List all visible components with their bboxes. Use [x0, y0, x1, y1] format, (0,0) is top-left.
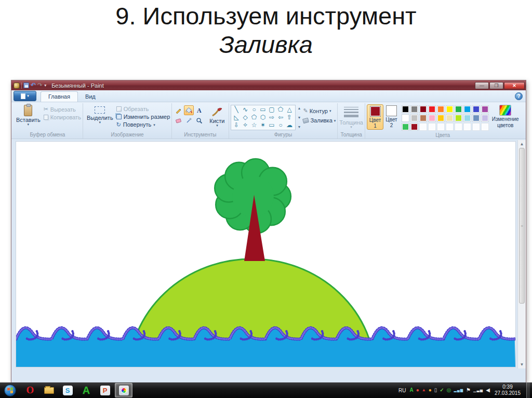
- save-icon[interactable]: [23, 83, 29, 88]
- close-button[interactable]: ✕: [504, 82, 525, 89]
- scroll-up-icon[interactable]: ▲: [518, 140, 526, 148]
- language-indicator[interactable]: RU: [398, 388, 406, 393]
- redo-icon[interactable]: ↷: [37, 83, 43, 88]
- show-desktop-button[interactable]: [526, 382, 530, 398]
- shape-icon[interactable]: ∿: [241, 106, 250, 114]
- shape-icon[interactable]: ◺: [232, 114, 241, 121]
- tab-home[interactable]: Главная: [41, 91, 78, 102]
- palette-color-swatch[interactable]: [455, 105, 462, 113]
- shape-icon[interactable]: ○: [250, 106, 259, 114]
- scrollbar-thumb[interactable]: ≡: [519, 148, 525, 304]
- shape-icon[interactable]: ▢: [268, 106, 276, 114]
- palette-empty-slot[interactable]: [446, 123, 454, 131]
- vertical-scrollbar[interactable]: ▲ ≡ ▼: [517, 140, 526, 368]
- palette-color-swatch[interactable]: [410, 114, 418, 122]
- taskbar-skype-button[interactable]: S: [59, 383, 76, 397]
- maximize-button[interactable]: ❐: [489, 82, 503, 89]
- chart-tray-icon[interactable]: ▂▄▆: [454, 387, 463, 393]
- palette-color-swatch[interactable]: [472, 105, 480, 113]
- shape-icon[interactable]: ⬠: [250, 114, 259, 121]
- resize-button[interactable]: Изменить размер: [116, 114, 170, 120]
- shape-icon[interactable]: ⬠: [276, 106, 285, 114]
- select-button[interactable]: Выделить ▾: [85, 104, 115, 125]
- shape-icon[interactable]: ⇩: [232, 121, 241, 129]
- paint-menu-button[interactable]: ▾: [14, 91, 36, 101]
- paint-canvas[interactable]: [16, 141, 516, 367]
- palette-empty-slot[interactable]: [455, 123, 462, 131]
- shape-icon[interactable]: ▭: [259, 106, 268, 114]
- disc-tray-icon[interactable]: ◎: [447, 387, 451, 393]
- magnifier-tool-button[interactable]: [194, 116, 204, 126]
- palette-color-swatch[interactable]: [446, 114, 454, 122]
- titlebar[interactable]: ↶ ↷ ▾ Безымянный - Paint — ❐ ✕: [11, 80, 526, 90]
- shapes-grid[interactable]: ╲∿○▭▢⬠△◺◇⬠⬡⇨⇦⇧⇩✧☆✶▭○☁: [231, 105, 296, 130]
- shape-fill-button[interactable]: Заливка ▾: [303, 117, 336, 123]
- palette-color-swatch[interactable]: [402, 123, 409, 131]
- minimize-button[interactable]: —: [475, 82, 489, 89]
- brushes-button[interactable]: Кисти ▾: [207, 105, 227, 128]
- palette-color-swatch[interactable]: [410, 105, 418, 113]
- volume-tray-icon[interactable]: ◀: [486, 387, 490, 393]
- undo-icon[interactable]: ↶: [31, 83, 36, 88]
- color2-button[interactable]: Цвет 2: [383, 104, 399, 129]
- shape-icon[interactable]: ╲: [232, 106, 241, 114]
- shape-icon[interactable]: △: [285, 106, 294, 114]
- shape-icon[interactable]: ✶: [259, 121, 268, 129]
- shape-icon[interactable]: ⇨: [268, 114, 276, 121]
- palette-color-swatch[interactable]: [463, 114, 471, 122]
- shape-icon[interactable]: ✧: [241, 121, 250, 129]
- shape-icon[interactable]: ☆: [250, 121, 259, 129]
- tab-view[interactable]: Вид: [78, 92, 103, 102]
- palette-empty-slot[interactable]: [472, 123, 480, 131]
- palette-color-swatch[interactable]: [428, 105, 436, 113]
- qat-customize-caret-icon[interactable]: ▾: [44, 83, 46, 88]
- shape-icon[interactable]: ⬡: [259, 114, 268, 121]
- color-picker-tool-button[interactable]: [184, 116, 194, 126]
- taskbar-powerpoint-button[interactable]: P: [96, 383, 114, 397]
- palette-empty-slot[interactable]: [428, 123, 436, 131]
- palette-empty-slot[interactable]: [463, 123, 471, 131]
- clipboard-tray-icon[interactable]: ▯: [434, 387, 437, 393]
- palette-color-swatch[interactable]: [455, 114, 462, 122]
- dot-tray-icon[interactable]: ●: [429, 387, 432, 393]
- scroll-up-icon[interactable]: ▲: [298, 106, 301, 111]
- rotate-button[interactable]: ↻ Повернуть ▾: [116, 121, 170, 128]
- palette-color-swatch[interactable]: [463, 105, 471, 113]
- palette-color-swatch[interactable]: [428, 114, 436, 122]
- taskbar-opera-button[interactable]: O: [21, 383, 39, 397]
- scroll-down-icon[interactable]: ▼: [518, 361, 526, 368]
- more-shapes-icon[interactable]: ▼: [298, 125, 301, 129]
- palette-color-swatch[interactable]: [472, 114, 480, 122]
- shape-icon[interactable]: ⇧: [285, 114, 294, 121]
- usb-tray-icon[interactable]: ✓: [440, 387, 444, 393]
- cut-button[interactable]: ✂ Вырезать: [44, 106, 81, 113]
- palette-empty-slot[interactable]: [437, 123, 445, 131]
- shape-outline-button[interactable]: ✎ Контур ▾: [303, 107, 336, 114]
- copy-button[interactable]: Копировать: [44, 114, 81, 120]
- taskbar-paint-button[interactable]: [115, 383, 132, 397]
- palette-color-swatch[interactable]: [481, 114, 489, 122]
- palette-color-swatch[interactable]: [410, 123, 418, 131]
- shape-icon[interactable]: ⇦: [276, 114, 285, 121]
- app-a-tray-icon[interactable]: A: [409, 387, 413, 393]
- crop-button[interactable]: Обрезать: [116, 106, 170, 112]
- shape-icon[interactable]: ☁: [285, 121, 294, 129]
- taskbar-viewer-button[interactable]: A: [77, 383, 95, 397]
- taskbar-clock[interactable]: 0:39 27.03.2015: [495, 384, 521, 397]
- flag-tray-icon[interactable]: ⚑: [466, 387, 471, 393]
- palette-color-swatch[interactable]: [481, 105, 489, 113]
- alert-tray-icon[interactable]: ▲: [422, 387, 426, 393]
- color1-button[interactable]: Цвет 1: [367, 104, 383, 130]
- shape-icon[interactable]: ▭: [268, 121, 276, 129]
- shape-icon[interactable]: ○: [276, 121, 285, 129]
- help-icon[interactable]: ?: [515, 92, 523, 100]
- palette-color-swatch[interactable]: [419, 105, 427, 113]
- palette-color-swatch[interactable]: [437, 114, 445, 122]
- text-tool-button[interactable]: A: [194, 105, 204, 115]
- shape-icon[interactable]: ◇: [241, 114, 250, 121]
- palette-color-swatch[interactable]: [446, 105, 454, 113]
- palette-color-swatch[interactable]: [402, 114, 409, 122]
- shapes-scrollbar[interactable]: ▲ ▼ ▼: [298, 105, 301, 130]
- palette-empty-slot[interactable]: [419, 123, 427, 131]
- shield-tray-icon[interactable]: ●: [416, 387, 419, 393]
